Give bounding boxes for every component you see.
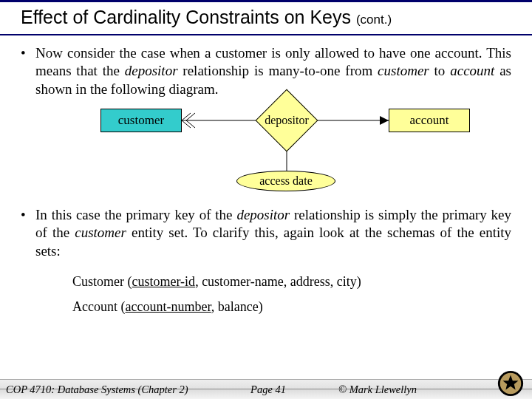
svg-marker-2 — [380, 116, 389, 125]
attribute-access-date: access date — [236, 171, 335, 191]
slide-footer: COP 4710: Database Systems (Chapter 2) P… — [0, 379, 532, 399]
bullet-2-text: In this case the primary key of the depo… — [35, 206, 511, 260]
footer-course: COP 4710: Database Systems (Chapter 2) — [6, 383, 213, 396]
bullet-1-text: Now consider the case when a customer is… — [35, 44, 511, 98]
schema-customer: Customer (customer-id, customer-name, ad… — [72, 269, 511, 294]
relationship-depositor: depositor — [242, 97, 331, 144]
bullet-dot: • — [21, 206, 35, 260]
schema-account: Account (account-number, balance) — [72, 294, 511, 319]
footer-author: © Mark Llewellyn — [324, 383, 526, 396]
slide-title: Effect of Cardinality Constraints on Key… — [0, 0, 532, 35]
entity-account: account — [389, 109, 470, 132]
bullet-1: • Now consider the case when a customer … — [21, 44, 511, 98]
bullet-dot: • — [21, 44, 35, 98]
title-cont: (cont.) — [356, 13, 392, 27]
ucf-logo-icon — [497, 369, 525, 398]
bullet-2: • In this case the primary key of the de… — [21, 206, 511, 260]
er-diagram: customer depositor account access date — [21, 103, 511, 199]
footer-page: Page 41 — [213, 383, 324, 396]
schema-list: Customer (customer-id, customer-name, ad… — [72, 269, 511, 319]
slide-content: • Now consider the case when a customer … — [0, 35, 532, 319]
entity-customer: customer — [100, 109, 182, 132]
title-main: Effect of Cardinality Constraints on Key… — [21, 7, 351, 27]
